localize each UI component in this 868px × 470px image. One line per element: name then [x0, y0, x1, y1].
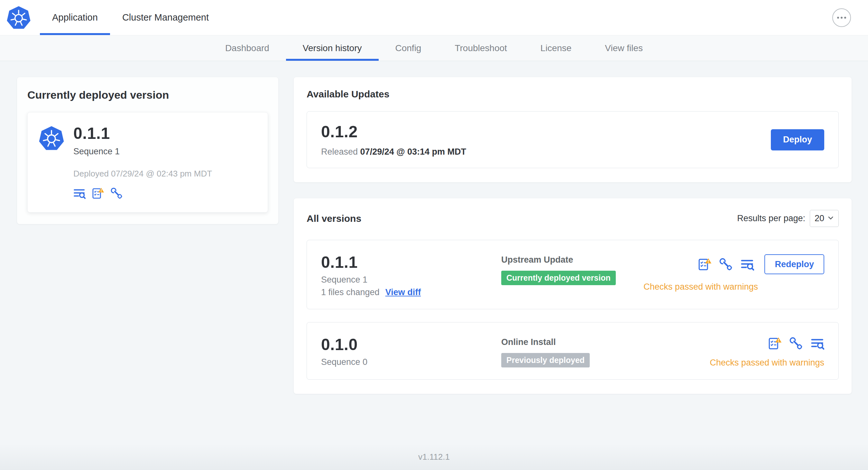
subtab-license[interactable]: License [524, 35, 588, 61]
tab-cluster-management[interactable]: Cluster Management [110, 0, 221, 35]
all-versions-title: All versions [307, 213, 361, 224]
currently-deployed-badge: Currently deployed version [501, 271, 616, 285]
update-version-number: 0.1.2 [321, 123, 466, 141]
config-tools-icon[interactable] [789, 337, 803, 350]
main-content: Currently deployed version [0, 61, 868, 394]
preflight-checks-warning-icon[interactable] [92, 187, 104, 199]
all-versions-header: All versions Results per page: 20 [307, 210, 839, 227]
deployed-version-actions [73, 187, 212, 199]
subtab-view-files[interactable]: View files [588, 35, 659, 61]
deployed-sequence-label: Sequence 1 [73, 146, 212, 157]
version-row-0-1-0: 0.1.0 Sequence 0 Online Install Previous… [307, 322, 839, 380]
app-footer: v1.112.1 [0, 444, 868, 470]
deployed-version-card: 0.1.1 Sequence 1 Deployed 07/29/24 @ 02:… [27, 112, 268, 212]
top-navigation-bar: Application Cluster Management [0, 0, 868, 35]
primary-tabs: Application Cluster Management [40, 0, 221, 35]
results-per-page-select[interactable]: 20 [810, 210, 839, 227]
row-files-changed: 1 files changed View diff [321, 288, 501, 297]
config-tools-icon[interactable] [111, 187, 123, 199]
results-per-page-label: Results per page: [737, 213, 805, 224]
row-action-icons [768, 337, 824, 350]
available-updates-title: Available Updates [307, 89, 839, 100]
available-updates-card: Available Updates 0.1.2 Released 07/29/2… [294, 77, 851, 182]
more-options-button[interactable] [832, 8, 851, 27]
checks-status-text: Checks passed with warnings [644, 282, 758, 292]
subtab-config[interactable]: Config [379, 35, 438, 61]
console-version-label: v1.112.1 [418, 452, 450, 462]
kubernetes-logo-icon [6, 5, 31, 30]
deploy-logs-icon[interactable] [741, 258, 754, 271]
ellipsis-icon [837, 17, 839, 19]
row-source-label: Upstream Update [501, 255, 644, 265]
subtab-version-history[interactable]: Version history [286, 35, 379, 61]
currently-deployed-card: Currently deployed version [17, 77, 278, 224]
redeploy-button[interactable]: Redeploy [765, 254, 824, 274]
deploy-logs-icon[interactable] [73, 187, 86, 199]
row-sequence-label: Sequence 1 [321, 275, 501, 285]
chevron-down-icon [828, 213, 834, 224]
row-source-label: Online Install [501, 337, 710, 347]
subtab-dashboard[interactable]: Dashboard [209, 35, 286, 61]
deployed-version-number: 0.1.1 [73, 124, 212, 143]
version-row-0-1-1: 0.1.1 Sequence 1 1 files changed View di… [307, 240, 839, 309]
app-kubernetes-icon [39, 125, 64, 151]
deploy-logs-icon[interactable] [811, 337, 824, 350]
previously-deployed-badge: Previously deployed [501, 353, 590, 367]
available-update-info: 0.1.2 Released 07/29/24 @ 03:14 pm MDT [321, 123, 466, 157]
results-per-page: Results per page: 20 [737, 210, 839, 227]
config-tools-icon[interactable] [719, 258, 733, 271]
row-version-number: 0.1.0 [321, 335, 501, 354]
currently-deployed-title: Currently deployed version [27, 89, 268, 101]
checks-status-text: Checks passed with warnings [710, 358, 824, 368]
tab-application[interactable]: Application [40, 0, 110, 35]
released-date: Released 07/29/24 @ 03:14 pm MDT [321, 147, 466, 157]
deployed-date-label: Deployed 07/29/24 @ 02:43 pm MDT [73, 169, 212, 179]
row-sequence-label: Sequence 0 [321, 357, 501, 367]
view-diff-link[interactable]: View diff [385, 288, 421, 297]
right-column: Available Updates 0.1.2 Released 07/29/2… [294, 77, 851, 394]
application-sub-navigation: Dashboard Version history Config Trouble… [0, 35, 868, 61]
row-action-icons [698, 258, 754, 271]
available-update-row: 0.1.2 Released 07/29/24 @ 03:14 pm MDT D… [307, 111, 839, 168]
results-per-page-value: 20 [815, 213, 824, 224]
subtab-troubleshoot[interactable]: Troubleshoot [438, 35, 523, 61]
row-version-number: 0.1.1 [321, 253, 501, 272]
preflight-checks-warning-icon[interactable] [768, 337, 782, 350]
deploy-button[interactable]: Deploy [771, 129, 824, 150]
all-versions-card: All versions Results per page: 20 0.1.1 … [294, 198, 851, 394]
preflight-checks-warning-icon[interactable] [698, 258, 712, 271]
